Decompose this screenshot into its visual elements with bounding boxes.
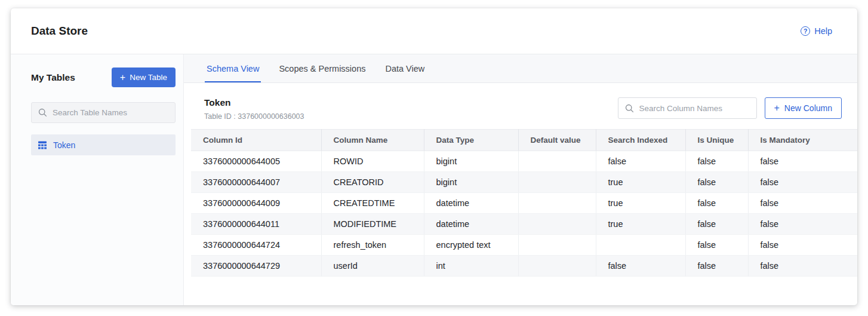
column-header: Default value (518, 130, 596, 151)
table-grid-icon (38, 141, 47, 149)
tab-schema-view[interactable]: Schema View (207, 54, 259, 82)
table-cell: false (685, 193, 748, 214)
table-cell: 3376000000644007 (191, 172, 321, 193)
table-cell: datetime (424, 193, 518, 214)
table-cell: refresh_token (321, 235, 424, 256)
tab-bar: Schema View Scopes & Permissions Data Vi… (184, 54, 857, 83)
card-header: Data Store ? Help (11, 8, 857, 54)
table-row[interactable]: 3376000000644005ROWIDbigintfalsefalsefal… (191, 151, 857, 172)
column-header: Column Name (321, 130, 424, 151)
table-row[interactable]: 3376000000644729userIdintfalsefalsefalse (191, 256, 857, 277)
table-cell: 3376000000644005 (191, 151, 321, 172)
tab-data-view[interactable]: Data View (385, 54, 424, 82)
table-cell: false (685, 151, 748, 172)
table-cell: encrypted text (424, 235, 518, 256)
sidebar-item-table[interactable]: Token (31, 134, 176, 155)
table-cell: false (748, 235, 857, 256)
table-row[interactable]: 3376000000644009CREATEDTIMEdatetimetruef… (191, 193, 857, 214)
schema-content: Token Table ID : 3376000000636003 (184, 83, 857, 277)
table-cell (518, 193, 596, 214)
search-icon (625, 104, 634, 113)
table-cell: false (685, 172, 748, 193)
table-cell: false (685, 214, 748, 235)
table-cell: false (596, 151, 685, 172)
card-body: My Tables + New Table (11, 54, 857, 305)
selected-table-name: Token (204, 97, 304, 108)
table-cell: true (596, 193, 685, 214)
table-cell: false (748, 193, 857, 214)
table-row[interactable]: 3376000000644724refresh_tokenencrypted t… (191, 235, 857, 256)
column-search-box (618, 97, 757, 119)
page-title: Data Store (31, 24, 88, 38)
sidebar-title: My Tables (31, 72, 75, 83)
table-cell: 3376000000644729 (191, 256, 321, 277)
data-store-card: Data Store ? Help My Tables + New Table (11, 8, 857, 305)
schema-table: Column IdColumn NameData TypeDefault val… (191, 129, 857, 277)
table-row[interactable]: 3376000000644011MODIFIEDTIMEdatetimetrue… (191, 214, 857, 235)
table-info: Token Table ID : 3376000000636003 (204, 97, 304, 121)
new-column-label: New Column (784, 103, 832, 113)
table-cell: CREATEDTIME (321, 193, 424, 214)
table-cell: int (424, 256, 518, 277)
plus-icon: + (774, 103, 780, 113)
main-panel: Schema View Scopes & Permissions Data Vi… (184, 54, 857, 305)
table-cell: 3376000000644009 (191, 193, 321, 214)
sidebar: My Tables + New Table (11, 54, 184, 305)
schema-table-head-row: Column IdColumn NameData TypeDefault val… (191, 130, 857, 151)
table-cell: bigint (424, 151, 518, 172)
search-icon (38, 108, 47, 117)
content-actions: + New Column (618, 97, 842, 119)
table-search-box (31, 102, 176, 123)
content-header: Token Table ID : 3376000000636003 (204, 97, 842, 121)
table-cell: ROWID (321, 151, 424, 172)
table-row[interactable]: 3376000000644007CREATORIDbiginttruefalse… (191, 172, 857, 193)
help-label: Help (814, 26, 832, 36)
table-cell: MODIFIEDTIME (321, 214, 424, 235)
table-cell: CREATORID (321, 172, 424, 193)
tab-scopes-permissions[interactable]: Scopes & Permissions (279, 54, 365, 82)
table-cell: 3376000000644011 (191, 214, 321, 235)
table-cell: false (748, 151, 857, 172)
table-id: Table ID : 3376000000636003 (204, 112, 304, 121)
table-cell (518, 235, 596, 256)
plus-icon: + (120, 73, 125, 82)
column-header: Is Unique (685, 130, 748, 151)
schema-table-body: 3376000000644005ROWIDbigintfalsefalsefal… (191, 151, 857, 277)
table-cell: datetime (424, 214, 518, 235)
table-cell: false (748, 256, 857, 277)
new-column-button[interactable]: + New Column (765, 97, 842, 119)
table-cell: 3376000000644724 (191, 235, 321, 256)
help-link[interactable]: ? Help (801, 26, 832, 36)
new-table-button[interactable]: + New Table (112, 68, 176, 87)
table-cell (518, 172, 596, 193)
table-cell (596, 235, 685, 256)
table-cell (518, 214, 596, 235)
table-cell: false (685, 235, 748, 256)
column-header: Data Type (424, 130, 518, 151)
table-cell: false (748, 172, 857, 193)
column-header: Column Id (191, 130, 321, 151)
search-table-input[interactable] (53, 108, 168, 117)
table-cell: true (596, 214, 685, 235)
search-column-input[interactable] (639, 104, 750, 113)
table-cell: false (685, 256, 748, 277)
table-cell: false (596, 256, 685, 277)
column-header: Is Mandatory (748, 130, 857, 151)
new-table-label: New Table (130, 73, 167, 82)
table-cell (518, 256, 596, 277)
table-cell: bigint (424, 172, 518, 193)
sidebar-top: My Tables + New Table (31, 68, 176, 87)
table-cell (518, 151, 596, 172)
table-item-label: Token (53, 140, 75, 150)
tables-list: Token (31, 134, 176, 155)
table-cell: userId (321, 256, 424, 277)
table-cell: false (748, 214, 857, 235)
help-icon: ? (801, 26, 810, 36)
column-header: Search Indexed (596, 130, 685, 151)
table-cell: true (596, 172, 685, 193)
